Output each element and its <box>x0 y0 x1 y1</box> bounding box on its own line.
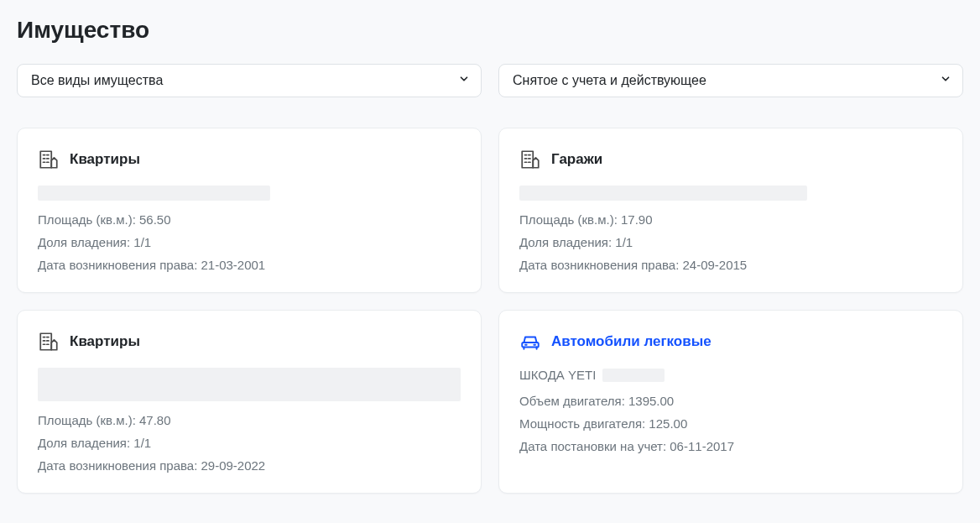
property-type-selected-label: Все виды имущества <box>31 73 163 88</box>
card-header: Квартиры <box>38 331 461 353</box>
card-title-link[interactable]: Автомобили легковые <box>551 333 712 350</box>
property-value: 1/1 <box>133 235 151 249</box>
property-row: Площадь (кв.м.): 17.90 <box>519 212 942 227</box>
property-list: Объем двигателя: 1395.00Мощность двигате… <box>519 394 942 453</box>
property-row: Доля владения: 1/1 <box>38 235 461 249</box>
property-label: Дата возникновения права <box>519 258 675 272</box>
property-card: ГаражиПлощадь (кв.м.): 17.90Доля владени… <box>498 128 963 293</box>
property-row: Объем двигателя: 1395.00 <box>519 394 942 408</box>
card-title: Квартиры <box>70 333 140 350</box>
property-value: 29-09-2022 <box>201 458 265 473</box>
building-icon <box>519 149 541 170</box>
cards-grid: КвартирыПлощадь (кв.м.): 56.50Доля владе… <box>17 128 963 494</box>
property-list: Площадь (кв.м.): 47.80Доля владения: 1/1… <box>38 413 461 473</box>
status-selected-label: Снятое с учета и действующее <box>513 73 706 88</box>
property-row: Дата возникновения права: 29-09-2022 <box>38 458 461 473</box>
property-label: Доля владения <box>38 235 127 249</box>
property-row: Площадь (кв.м.): 56.50 <box>38 212 461 227</box>
property-list: Площадь (кв.м.): 56.50Доля владения: 1/1… <box>38 212 461 272</box>
separator: : <box>614 212 621 227</box>
svg-rect-0 <box>40 151 51 168</box>
property-row: Доля владения: 1/1 <box>519 235 942 249</box>
separator: : <box>133 413 139 427</box>
property-label: Дата возникновения права <box>38 458 194 473</box>
property-value: 56.50 <box>139 212 171 227</box>
property-value: 47.80 <box>139 413 171 427</box>
property-label: Доля владения <box>519 235 608 249</box>
building-icon <box>38 331 60 353</box>
property-label: Мощность двигателя <box>519 416 642 431</box>
card-title: Гаражи <box>551 151 602 168</box>
property-label: Площадь (кв.м.) <box>519 212 614 227</box>
redacted-placeholder <box>38 368 461 401</box>
property-row: Дата возникновения права: 24-09-2015 <box>519 258 942 272</box>
property-row: Дата возникновения права: 21-03-2001 <box>38 258 461 272</box>
property-card: КвартирыПлощадь (кв.м.): 47.80Доля владе… <box>17 310 482 494</box>
property-value: 17.90 <box>621 212 653 227</box>
car-icon <box>519 331 541 353</box>
card-header: Автомобили легковые <box>519 331 942 353</box>
property-list: Площадь (кв.м.): 17.90Доля владения: 1/1… <box>519 212 942 272</box>
redacted-placeholder <box>38 186 270 201</box>
property-label: Площадь (кв.м.) <box>38 212 133 227</box>
property-label: Площадь (кв.м.) <box>38 413 133 427</box>
svg-rect-14 <box>40 333 51 350</box>
status-select-wrap: Снятое с учета и действующее <box>498 64 963 97</box>
property-type-select-wrap: Все виды имущества <box>17 64 482 97</box>
property-card: Автомобили легковыеШКОДА YETIОбъем двига… <box>498 310 963 494</box>
property-row: Дата постановки на учет: 06-11-2017 <box>519 439 942 453</box>
property-label: Дата возникновения права <box>38 258 194 272</box>
property-label: Доля владения <box>38 436 127 450</box>
property-row: Мощность двигателя: 125.00 <box>519 416 942 431</box>
property-value: 21-03-2001 <box>201 258 265 272</box>
property-row: Доля владения: 1/1 <box>38 436 461 450</box>
property-card: КвартирыПлощадь (кв.м.): 56.50Доля владе… <box>17 128 482 293</box>
sub-line: ШКОДА YETI <box>519 368 942 382</box>
property-label: Дата постановки на учет <box>519 439 663 453</box>
property-value: 1/1 <box>133 436 151 450</box>
separator: : <box>663 439 670 453</box>
card-title: Квартиры <box>70 151 140 168</box>
property-value: 24-09-2015 <box>682 258 747 272</box>
redacted-placeholder <box>602 369 665 382</box>
separator: : <box>622 394 628 408</box>
filters-row: Все виды имущества Снятое с учета и дейс… <box>17 64 963 97</box>
property-label: Объем двигателя <box>519 394 622 408</box>
separator: : <box>133 212 139 227</box>
svg-rect-7 <box>522 151 533 168</box>
card-header: Квартиры <box>38 149 461 170</box>
status-select[interactable]: Снятое с учета и действующее <box>498 64 963 97</box>
page-title: Имущество <box>17 17 963 44</box>
property-value: 06-11-2017 <box>670 439 734 453</box>
card-header: Гаражи <box>519 149 942 170</box>
property-value: 1395.00 <box>628 394 674 408</box>
property-value: 1/1 <box>615 235 633 249</box>
building-icon <box>38 149 60 170</box>
property-row: Площадь (кв.м.): 47.80 <box>38 413 461 427</box>
property-type-select[interactable]: Все виды имущества <box>17 64 482 97</box>
sub-line-text: ШКОДА YETI <box>519 368 596 382</box>
redacted-placeholder <box>519 186 807 201</box>
property-value: 125.00 <box>649 416 687 431</box>
